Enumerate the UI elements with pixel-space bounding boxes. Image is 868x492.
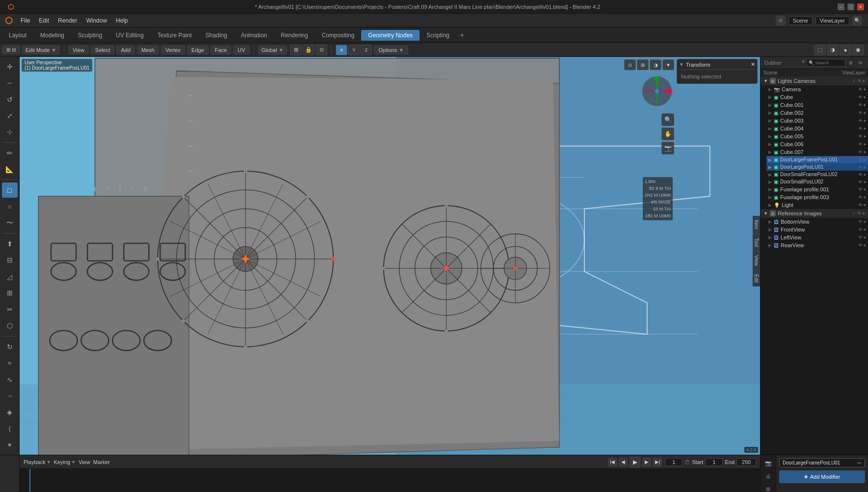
- outliner-filter-btn[interactable]: ≡: [802, 59, 805, 67]
- vis-render[interactable]: ●: [864, 95, 866, 100]
- rip-tool[interactable]: ✴: [2, 438, 18, 453]
- annotate-tool[interactable]: ✏: [2, 145, 18, 160]
- uv-menu[interactable]: UV: [233, 46, 249, 54]
- knife-tool[interactable]: ✂: [2, 302, 18, 317]
- outliner-item-doorlarge-pos[interactable]: ▶ ▣ DoorLargePosLU01 👁●: [766, 163, 868, 171]
- transform-close-btn[interactable]: ✕: [751, 61, 755, 68]
- outliner-search-container[interactable]: 🔍: [806, 59, 845, 67]
- close-button[interactable]: ✕: [857, 3, 864, 10]
- tab-texture-paint[interactable]: Texture Paint: [151, 30, 199, 41]
- prop-view-icon[interactable]: ⊞: [762, 483, 775, 492]
- outliner-item-cube[interactable]: ▶ ▣ Cube 👁 ●: [766, 93, 868, 101]
- menu-edit[interactable]: Edit: [35, 16, 53, 26]
- vertex-menu[interactable]: Vertex: [161, 46, 185, 54]
- viewport-shading-solid[interactable]: ◑: [827, 45, 839, 55]
- tab-geometry-nodes[interactable]: Geometry Nodes: [361, 30, 420, 41]
- object-name-field[interactable]: DoorLargeFramePosLU01 ✏: [779, 458, 865, 467]
- outliner-item-cube005[interactable]: ▶ ▣ Cube.005 👁●: [766, 132, 868, 140]
- vis-render[interactable]: ●: [863, 211, 865, 216]
- extrude-tool[interactable]: ⬆: [2, 236, 18, 251]
- mode-selector[interactable]: Edit Mode ▼: [22, 46, 60, 54]
- menu-help[interactable]: Help: [112, 16, 132, 26]
- face-menu[interactable]: Face: [210, 46, 231, 54]
- side-tab-view[interactable]: View: [753, 251, 760, 270]
- next-frame-btn[interactable]: ▶: [642, 458, 651, 466]
- menu-render[interactable]: Render: [54, 16, 81, 26]
- vis-eye-icon[interactable]: 👁: [857, 78, 862, 83]
- add-modifier-button[interactable]: + Add Modifier: [779, 470, 865, 483]
- tab-animation[interactable]: Animation: [234, 30, 274, 41]
- viewlayer-selector[interactable]: ViewLayer: [815, 16, 849, 25]
- play-btn[interactable]: ▶: [630, 457, 640, 467]
- outliner-item-doorlarge-frame[interactable]: ▶ ▣ DoorLargeFramePosLU01 👁●: [766, 156, 868, 163]
- spin-tool[interactable]: ↻: [2, 339, 18, 354]
- camera-view-btn[interactable]: 📷: [661, 142, 674, 155]
- tab-rendering[interactable]: Rendering: [274, 30, 315, 41]
- bevel-tool[interactable]: ◿: [2, 269, 18, 284]
- outliner-item-doorsmall-pos[interactable]: ▶ ▣ DoorSmallPosLU02 👁●: [766, 178, 868, 185]
- outliner-item-cube001[interactable]: ▶ ▣ Cube.001 👁●: [766, 101, 868, 109]
- minimize-button[interactable]: –: [838, 3, 844, 10]
- outliner-item-cube003[interactable]: ▶ ▣ Cube.003 👁●: [766, 117, 868, 125]
- tab-scripting[interactable]: Scripting: [420, 30, 456, 41]
- zoom-in-btn[interactable]: 🔍: [661, 113, 674, 126]
- add-workspace-button[interactable]: +: [456, 29, 468, 41]
- randomize-tool[interactable]: ∿: [2, 372, 18, 387]
- viewport-shading-dropdown[interactable]: ▼: [662, 59, 674, 70]
- playback-menu[interactable]: Playback ▼: [24, 459, 51, 465]
- outliner-item-fuselage001[interactable]: ▶ ▣ Fuselage profile.001 👁●: [766, 185, 868, 193]
- side-tab-item[interactable]: Item: [753, 216, 760, 233]
- view-menu[interactable]: View: [68, 46, 89, 54]
- tab-modeling[interactable]: Modeling: [33, 30, 71, 41]
- snap-btn[interactable]: 🔒: [303, 45, 315, 55]
- window-controls[interactable]: – □ ✕: [838, 3, 864, 10]
- viewport-gizmo-btn-3[interactable]: ◑: [650, 59, 661, 70]
- outliner-sort-btn[interactable]: ⊞: [847, 59, 855, 67]
- shrink-tool[interactable]: ◈: [2, 405, 18, 420]
- workspaces-icon[interactable]: ⚙: [776, 16, 786, 26]
- measure-tool[interactable]: 📐: [2, 162, 18, 177]
- poly-build-tool[interactable]: ⬡: [2, 318, 18, 334]
- collection-reference-images[interactable]: ▼ ▣ Reference Images ✓ 👁 ●: [761, 209, 868, 218]
- vis-check-icon[interactable]: ✓: [852, 78, 856, 83]
- menu-file[interactable]: File: [17, 16, 34, 26]
- outliner-search-input[interactable]: [815, 60, 844, 65]
- engine-icon[interactable]: 🔍: [852, 16, 862, 26]
- vis-render-icon[interactable]: ●: [863, 78, 865, 83]
- scene-selector[interactable]: Scene: [789, 16, 813, 25]
- xyz-z-btn[interactable]: Z: [360, 45, 372, 55]
- outliner-item-fuselage003[interactable]: ▶ ▣ Fuselage profile.003 👁●: [766, 193, 868, 201]
- collection-lights-cameras[interactable]: ▼ ▣ Lights Cameras ✓ 👁 ●: [761, 77, 868, 85]
- viewport-3d[interactable]: ANGEL II M Amazing Aerospace Blueprint: [20, 57, 760, 455]
- global-selector[interactable]: Global ▼: [258, 46, 288, 54]
- outliner-item-cube004[interactable]: ▶ ▣ Cube.004 👁●: [766, 125, 868, 132]
- outliner-item-cube002[interactable]: ▶ ▣ Cube.002 👁●: [766, 109, 868, 117]
- smooth-tool[interactable]: ≈: [2, 355, 18, 370]
- vis-check[interactable]: ✓: [852, 211, 856, 216]
- outliner-item-bottomview[interactable]: ▶ 🖼 BottomView 👁●: [766, 218, 868, 226]
- vis-eye[interactable]: 👁: [857, 211, 862, 216]
- prop-render-icon[interactable]: 📷: [762, 457, 775, 469]
- transform-tool[interactable]: ⊹: [2, 125, 18, 140]
- viewport-shading-wire[interactable]: ⬚: [814, 45, 826, 55]
- outliner-filter-options-btn[interactable]: ≫: [856, 59, 864, 67]
- transform-btn[interactable]: ⊞: [290, 45, 302, 55]
- hand-tool-btn[interactable]: ✋: [661, 128, 674, 140]
- prev-frame-btn[interactable]: ◀: [619, 458, 628, 466]
- vis-eye[interactable]: 👁: [858, 87, 863, 92]
- edge-slide-tool[interactable]: →: [2, 388, 18, 403]
- loop-cut-tool[interactable]: ⊞: [2, 285, 18, 301]
- menu-window[interactable]: Window: [82, 16, 111, 26]
- end-frame-input[interactable]: [736, 458, 756, 466]
- tab-shading[interactable]: Shading: [199, 30, 234, 41]
- edge-menu[interactable]: Edge: [187, 46, 209, 54]
- add-menu[interactable]: Add: [116, 46, 135, 54]
- outliner-item-doorsmall-frame[interactable]: ▶ ▣ DoorSmallFramePosLU02 👁●: [766, 171, 868, 178]
- shear-tool[interactable]: ⟨: [2, 421, 18, 436]
- prop-edit-btn[interactable]: ⊙: [316, 45, 327, 55]
- inset-tool[interactable]: ⊟: [2, 253, 18, 268]
- keying-menu[interactable]: Keying ▼: [54, 459, 76, 465]
- start-frame-input[interactable]: [705, 458, 723, 466]
- view-menu-timeline[interactable]: View: [79, 459, 90, 465]
- marker-menu[interactable]: Marker: [93, 459, 110, 465]
